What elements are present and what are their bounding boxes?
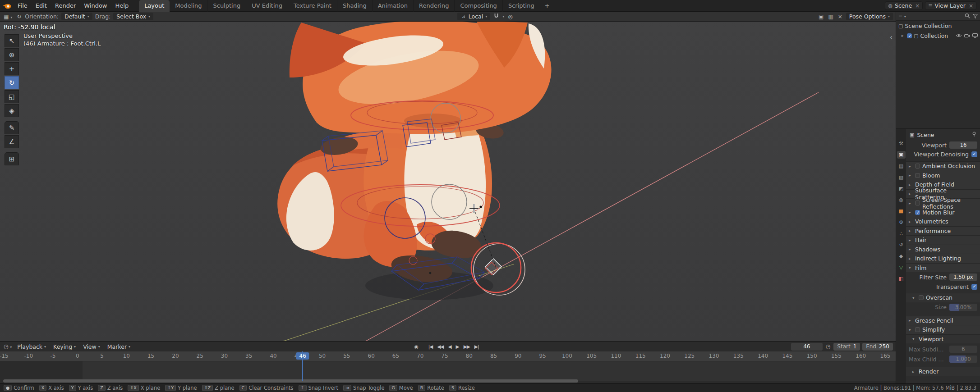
properties-tab[interactable]: ◍: [897, 196, 906, 204]
properties-tab[interactable]: ▤: [897, 162, 906, 170]
properties-tab[interactable]: ■: [897, 207, 906, 215]
workspace-tab[interactable]: Compositing: [455, 0, 503, 12]
start-frame-field[interactable]: Start1: [833, 343, 860, 351]
panel-header-simplify[interactable]: ▾ Simplify: [906, 325, 980, 334]
3d-scene[interactable]: [0, 22, 896, 341]
workspace-tab[interactable]: Modeling: [170, 0, 207, 12]
tool-button[interactable]: ∠: [5, 135, 19, 148]
disable-viewport-camera-icon[interactable]: [964, 32, 970, 39]
panel-header[interactable]: ▸ Bloom: [906, 171, 980, 180]
timeline-menu-item[interactable]: Keying▾: [50, 343, 79, 350]
overscan-checkbox[interactable]: [919, 295, 924, 300]
tool-button[interactable]: ↻: [5, 76, 19, 89]
search-icon[interactable]: [965, 12, 970, 20]
overlays-toggle-icon[interactable]: ▥: [827, 14, 834, 20]
snap-options-icon[interactable]: ▾: [502, 14, 504, 18]
expand-icon[interactable]: ▸: [902, 33, 905, 38]
filter-size-field[interactable]: 1.50 px: [949, 273, 977, 281]
timeline-scrollbar[interactable]: [3, 379, 578, 383]
overscan-size-field[interactable]: 3.00%: [949, 304, 977, 311]
panel-header-grease-pencil[interactable]: ▸ Grease Pencil: [906, 316, 980, 325]
orientation-dropdown[interactable]: Default▾: [61, 13, 92, 20]
blender-logo-icon[interactable]: [0, 3, 14, 9]
transport-button[interactable]: ▶|: [473, 343, 481, 350]
timeline-menu-item[interactable]: Marker▾: [104, 343, 134, 350]
workspace-tab[interactable]: Shading: [337, 0, 373, 12]
menu-item[interactable]: File: [14, 0, 32, 12]
transport-button[interactable]: ◀: [446, 343, 453, 350]
tool-button[interactable]: ↖: [5, 34, 19, 47]
snap-magnet-icon[interactable]: [493, 13, 500, 20]
outliner-row-collection[interactable]: ▸ ▢ Collection: [896, 31, 980, 41]
workspace-tab[interactable]: Layout: [139, 0, 170, 12]
transform-orientation-dropdown[interactable]: ⊿ Local▾: [457, 13, 490, 20]
properties-tab[interactable]: ▣: [897, 151, 906, 159]
properties-tab[interactable]: ◩: [897, 185, 906, 192]
workspace-tab[interactable]: Sculpting: [207, 0, 246, 12]
tool-button[interactable]: ⊕: [5, 48, 19, 61]
proportional-editing-icon[interactable]: ◎: [507, 14, 513, 20]
properties-tab[interactable]: ◧: [897, 275, 906, 283]
panel-checkbox[interactable]: [915, 164, 920, 169]
outliner-editor-icon[interactable]: ≡ ▾: [898, 13, 906, 19]
menu-item[interactable]: Help: [111, 0, 133, 12]
pin-icon[interactable]: [972, 132, 976, 138]
panel-header[interactable]: ▸ Performance: [906, 226, 980, 236]
fox-character[interactable]: [277, 22, 551, 282]
workspace-tab[interactable]: Texture Paint: [288, 0, 337, 12]
panel-header[interactable]: ▸ Indirect Lighting: [906, 254, 980, 263]
max-subdivision-field[interactable]: 6: [949, 346, 977, 353]
panel-header-simplify-viewport[interactable]: ▾ Viewport: [906, 334, 980, 344]
panel-header-overscan[interactable]: ▾ Overscan: [906, 293, 980, 302]
timeline-menu-item[interactable]: View▾: [79, 343, 104, 350]
drag-dropdown[interactable]: Select Box▾: [113, 13, 153, 20]
properties-tab[interactable]: ⚙: [897, 219, 906, 226]
workspace-tab[interactable]: Rendering: [414, 0, 455, 12]
panel-header[interactable]: ▸ Volumetrics: [906, 217, 980, 226]
tool-button[interactable]: ◱: [5, 90, 19, 103]
remove-view-layer-icon[interactable]: ×: [968, 3, 973, 9]
workspace-tab[interactable]: UV Editing: [246, 0, 288, 12]
panel-header-simplify-render[interactable]: ▸ Render: [906, 367, 980, 376]
tool-button[interactable]: ◈: [5, 104, 19, 117]
hide-viewport-eye-icon[interactable]: [956, 32, 962, 39]
properties-tab[interactable]: ▽: [897, 264, 906, 271]
end-frame-field[interactable]: End250: [862, 343, 893, 351]
properties-tab[interactable]: ◆: [897, 252, 906, 260]
panel-header[interactable]: ▸ Hair: [906, 235, 980, 245]
current-frame-field[interactable]: 46: [791, 343, 823, 351]
timeline-track-area[interactable]: [0, 361, 896, 381]
gizmo-toggle-icon[interactable]: ▣: [818, 14, 824, 20]
tool-button[interactable]: ⊞: [5, 152, 19, 165]
menu-item[interactable]: Window: [80, 0, 111, 12]
editor-type-icon[interactable]: ▦ ▾: [3, 14, 13, 20]
panel-checkbox[interactable]: [915, 210, 920, 215]
pose-options-dropdown[interactable]: Pose Options▾: [846, 13, 893, 20]
playhead-frame-badge[interactable]: 46: [296, 352, 309, 360]
collection-checkbox[interactable]: [907, 33, 912, 38]
panel-header[interactable]: ▸ Shadows: [906, 245, 980, 254]
scene-selector[interactable]: ◍ Scene ×: [885, 1, 923, 10]
timeline-menu-item[interactable]: Playback▾: [14, 343, 50, 350]
viewport-denoising-checkbox[interactable]: [971, 151, 977, 157]
panel-header-film[interactable]: ▾ Film: [906, 263, 980, 273]
unlink-scene-icon[interactable]: ×: [914, 3, 920, 9]
filter-icon[interactable]: [973, 12, 978, 20]
tool-button[interactable]: ✎: [5, 121, 19, 134]
panel-checkbox[interactable]: [915, 201, 920, 205]
menu-item[interactable]: Render: [51, 0, 80, 12]
timeline-editor-icon[interactable]: ◷ ▾: [3, 343, 13, 350]
properties-tab[interactable]: ∴: [897, 230, 906, 237]
properties-tab[interactable]: ▧: [897, 173, 906, 181]
properties-tab[interactable]: ⚒: [897, 140, 906, 147]
3d-viewport[interactable]: Rot: -52.90 local User Perspective (46) …: [0, 22, 896, 341]
timeline-ruler[interactable]: -15-10-505101520253035404550556065707580…: [0, 351, 896, 361]
view-layer-selector[interactable]: ≣ View Layer ×: [925, 1, 976, 10]
transport-button[interactable]: ▶: [454, 343, 461, 350]
disable-render-monitor-icon[interactable]: [972, 32, 978, 39]
workspace-tab[interactable]: Scripting: [503, 0, 540, 12]
add-workspace-button[interactable]: +: [540, 0, 554, 12]
menu-item[interactable]: Edit: [32, 0, 51, 12]
viewport-samples-field[interactable]: 16: [949, 141, 977, 149]
properties-tab[interactable]: ↺: [897, 241, 906, 249]
